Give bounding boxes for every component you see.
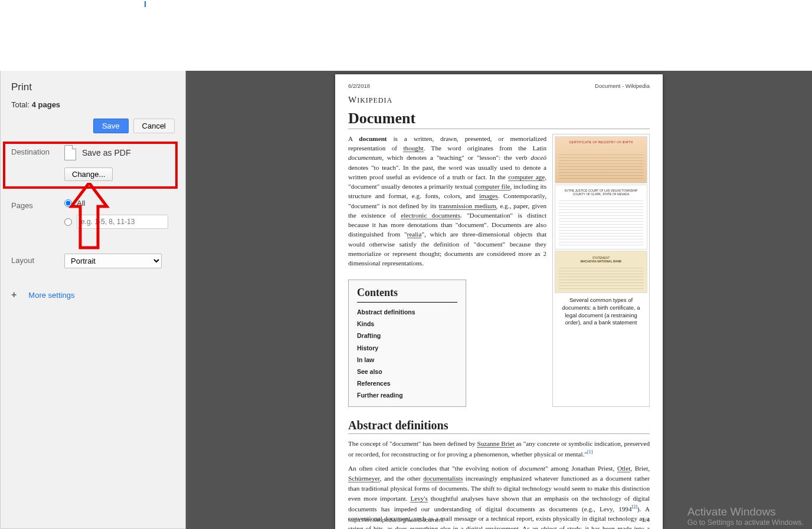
article-title: Document	[348, 110, 650, 129]
contents-item[interactable]: Kinds	[357, 318, 457, 330]
layout-section: Layout Portrait Landscape	[11, 254, 175, 268]
total-value: 4 pages	[32, 100, 60, 109]
save-button[interactable]: Save	[93, 119, 129, 133]
infobox: CERTIFICATE OF REGISTRY OF BIRTH IN THE …	[552, 134, 650, 407]
panel-title: Print	[11, 81, 175, 93]
destination-section: Destination Save as PDF Change...	[11, 145, 175, 181]
infobox-caption: Several common types of documents: a bir…	[555, 293, 647, 328]
more-settings-label: More settings	[28, 291, 74, 300]
contents-item[interactable]: Drafting	[357, 330, 457, 342]
pages-section: Pages All	[11, 199, 175, 236]
destination-value: Save as PDF	[82, 148, 130, 157]
pages-all-radio[interactable]	[64, 199, 72, 207]
footer-url: https://en.wikipedia.org/wiki/Document	[348, 517, 444, 523]
contents-item[interactable]: See also	[357, 366, 457, 377]
preview-page: 6/2/2018 Document - Wikipedia WIKIPEDIA …	[335, 74, 663, 529]
infobox-image-legal-document: IN THE JUSTICE COURT OF LAS VEGAS TOWNSH…	[555, 185, 647, 249]
pages-custom-radio[interactable]	[64, 218, 72, 226]
contents-item[interactable]: Abstract definitions	[357, 306, 457, 318]
pages-label: Pages	[11, 199, 64, 210]
pages-custom-input[interactable]	[77, 215, 168, 229]
section-heading-abstract: Abstract definitions	[348, 419, 650, 434]
contents-title: Contents	[357, 285, 457, 303]
infobox-image-bank-statement: STATEMENTWACHOVIA NATIONAL BANK	[555, 251, 647, 293]
infobox-image-birth-certificate: CERTIFICATE OF REGISTRY OF BIRTH	[555, 136, 647, 183]
more-settings-toggle[interactable]: + More settings	[11, 286, 175, 300]
destination-value-row: Save as PDF	[64, 145, 175, 160]
contents-item[interactable]: In law	[357, 354, 457, 366]
abstract-paragraph-1: The concept of "document" has been defin…	[348, 439, 650, 459]
wikipedia-logo-text: WIKIPEDIA	[348, 95, 650, 105]
header-date: 6/2/2018	[348, 83, 370, 89]
layout-select[interactable]: Portrait Landscape	[64, 254, 162, 268]
footer-page-number: 1/4	[642, 517, 650, 523]
article-body: A document is a written, drawn, presente…	[348, 134, 650, 407]
contents-item[interactable]: Further reading	[357, 390, 457, 402]
layout-label: Layout	[11, 254, 64, 265]
plus-icon: +	[11, 290, 17, 300]
contents-list: Abstract definitionsKindsDraftingHistory…	[357, 306, 457, 402]
destination-label: Destination	[11, 145, 64, 156]
header-doc-title: Document - Wikipedia	[595, 83, 650, 89]
pages-all-label: All	[77, 199, 85, 208]
cancel-button[interactable]: Cancel	[133, 119, 175, 133]
change-destination-button[interactable]: Change...	[64, 167, 113, 181]
print-preview-area: 6/2/2018 Document - Wikipedia WIKIPEDIA …	[186, 71, 812, 529]
page-header: 6/2/2018 Document - Wikipedia	[348, 83, 650, 89]
total-pages-line: Total: 4 pages	[11, 100, 175, 109]
lead-paragraph: A document is a written, drawn, presente…	[348, 134, 546, 268]
contents-box: Contents Abstract definitionsKindsDrafti…	[348, 280, 466, 407]
print-settings-panel: Print Total: 4 pages Save Cancel Destina…	[0, 71, 186, 529]
contents-item[interactable]: History	[357, 342, 457, 354]
contents-item[interactable]: References	[357, 378, 457, 390]
pdf-file-icon	[64, 145, 76, 160]
page-footer: https://en.wikipedia.org/wiki/Document 1…	[348, 517, 650, 523]
app-window: Print Total: 4 pages Save Cancel Destina…	[0, 0, 812, 529]
action-buttons: Save Cancel	[11, 119, 175, 133]
total-prefix: Total:	[11, 100, 32, 109]
